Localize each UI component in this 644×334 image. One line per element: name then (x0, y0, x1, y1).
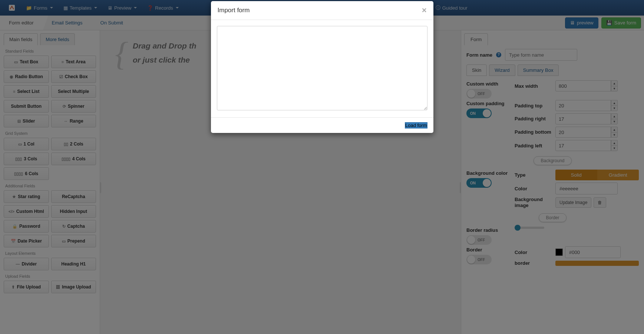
import-form-modal: Import form × Load form (211, 1, 433, 133)
load-form-button[interactable]: Load form (405, 122, 427, 128)
modal-title: Import form (218, 7, 422, 14)
import-textarea[interactable] (217, 26, 427, 110)
close-icon[interactable]: × (422, 6, 427, 14)
